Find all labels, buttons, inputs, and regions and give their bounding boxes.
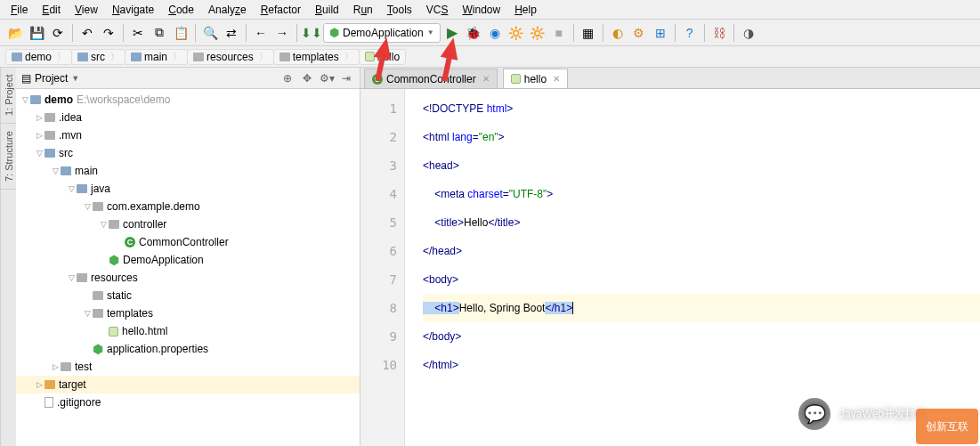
crumb-templates[interactable]: templates〉	[273, 49, 360, 65]
folder-icon	[77, 184, 87, 193]
layout-icon[interactable]: ▦	[579, 23, 598, 43]
menu-tools[interactable]: Tools	[380, 2, 419, 18]
eclipse-icon[interactable]: ◑	[739, 23, 758, 43]
tree-static[interactable]: static	[16, 287, 360, 304]
tree-java[interactable]: ▽java	[16, 180, 360, 198]
crumb-src[interactable]: src〉	[71, 49, 126, 65]
attach-icon[interactable]: 🔆	[528, 23, 547, 43]
crumb-label: main	[144, 51, 167, 63]
select-opened-icon[interactable]: ✥	[299, 70, 315, 86]
hide-icon[interactable]: ⇥	[338, 70, 354, 86]
stop-icon[interactable]: ■	[549, 23, 569, 43]
wechat-icon: 💬	[798, 398, 830, 430]
toolbar-separator	[675, 24, 676, 42]
menu-code[interactable]: Code	[161, 2, 201, 18]
menu-navigate[interactable]: Navigate	[105, 2, 161, 18]
save-icon[interactable]: 💾	[27, 23, 46, 43]
side-structure-button[interactable]: 7: Structure	[1, 124, 16, 190]
crumb-label: resources	[207, 51, 254, 63]
spring-leaf-icon: ⬢	[109, 253, 119, 267]
menu-vcs[interactable]: VCS	[419, 2, 456, 18]
folder-icon	[45, 113, 55, 122]
tree-hello-html[interactable]: hello.html	[16, 322, 360, 340]
menu-file[interactable]: File	[4, 2, 35, 18]
folder-icon	[45, 149, 55, 158]
folder-icon	[131, 53, 142, 61]
tree-controller-folder[interactable]: ▽controller	[16, 215, 360, 233]
tree-test[interactable]: ▷test	[16, 358, 360, 376]
sdk-icon[interactable]: ⚙	[629, 23, 649, 43]
coverage-icon[interactable]: ◉	[485, 23, 505, 43]
folder-icon	[93, 309, 103, 318]
close-icon[interactable]: ✕	[482, 74, 490, 84]
code-body[interactable]: <!DOCTYPE html> <html lang="en"> <head> …	[405, 89, 980, 446]
tree-package[interactable]: ▽com.example.demo	[16, 198, 360, 215]
tree-resources[interactable]: ▽resources	[16, 269, 360, 287]
close-icon[interactable]: ✕	[553, 74, 560, 84]
find-icon[interactable]: 🔍	[200, 23, 220, 43]
settings-icon[interactable]: ⚙▾	[319, 70, 335, 86]
project-tree[interactable]: ▽demoE:\workspace\demo ▷.idea ▷.mvn ▽src…	[16, 89, 360, 446]
sync-icon[interactable]: ⟳	[48, 23, 68, 43]
folder-icon	[93, 291, 103, 300]
replace-icon[interactable]: ⇄	[222, 23, 241, 43]
crumb-demo[interactable]: demo〉	[5, 49, 72, 65]
editor-area: CCommonController✕ hello✕ 12345678910 <!…	[360, 68, 980, 446]
tree-demoapplication[interactable]: ⬢DemoApplication	[16, 251, 360, 269]
crumb-resources[interactable]: resources〉	[187, 49, 274, 65]
back-icon[interactable]: ←	[251, 23, 271, 43]
toolbar-separator	[195, 24, 196, 42]
tab-commoncontroller[interactable]: CCommonController✕	[364, 69, 498, 88]
side-project-button[interactable]: 1: Project	[1, 68, 16, 124]
project-panel: ▤ Project ▼ ⊕ ✥ ⚙▾ ⇥ ▽demoE:\workspace\d…	[16, 68, 360, 446]
avd-icon[interactable]: ◐	[608, 23, 628, 43]
menu-help[interactable]: Help	[507, 2, 544, 18]
tree-gitignore[interactable]: .gitignore	[16, 393, 360, 411]
folder-icon	[193, 53, 204, 61]
toolbar-separator	[603, 24, 603, 42]
tree-main[interactable]: ▽main	[16, 162, 360, 180]
spring-leaf-icon: ⬢	[93, 342, 103, 356]
crumb-main[interactable]: main〉	[125, 49, 188, 65]
toolbar-separator	[733, 24, 734, 42]
forward-icon[interactable]: →	[272, 23, 292, 43]
open-icon[interactable]: 📂	[5, 23, 25, 43]
html-icon	[511, 74, 521, 84]
cut-icon[interactable]: ✂	[128, 23, 148, 43]
tree-commoncontroller[interactable]: CCommonController	[16, 233, 360, 251]
tree-idea[interactable]: ▷.idea	[16, 109, 360, 126]
tree-mvn[interactable]: ▷.mvn	[16, 126, 360, 144]
tree-src[interactable]: ▽src	[16, 144, 360, 162]
collapse-icon[interactable]: ⊕	[279, 70, 296, 86]
menu-view[interactable]: View	[68, 2, 105, 18]
menu-analyze[interactable]: Analyze	[201, 2, 254, 18]
tab-hello[interactable]: hello✕	[503, 69, 568, 88]
redo-icon[interactable]: ↷	[99, 23, 118, 43]
structure-icon[interactable]: ⊞	[651, 23, 670, 43]
build-icon[interactable]: ⬇⬇	[302, 23, 321, 43]
paste-icon[interactable]: 📋	[171, 23, 190, 43]
maven-icon[interactable]: ⛓	[709, 23, 729, 43]
tree-root-demo[interactable]: ▽demoE:\workspace\demo	[16, 91, 360, 109]
menu-edit[interactable]: Edit	[35, 2, 68, 18]
tab-label: hello	[524, 73, 547, 85]
tree-target[interactable]: ▷target	[16, 376, 360, 393]
menu-window[interactable]: Window	[455, 2, 507, 18]
menu-run[interactable]: Run	[346, 2, 380, 18]
tree-templates[interactable]: ▽templates	[16, 304, 360, 322]
toolbar-separator	[573, 24, 574, 42]
toolbar-separator	[704, 24, 705, 42]
undo-icon[interactable]: ↶	[77, 23, 97, 43]
tree-app-properties[interactable]: ⬢application.properties	[16, 340, 360, 358]
package-icon	[109, 220, 119, 229]
profile-icon[interactable]: 🔆	[506, 23, 526, 43]
menu-build[interactable]: Build	[308, 2, 346, 18]
chevron-down-icon: ▼	[427, 28, 434, 36]
project-icon: ▤	[21, 72, 31, 85]
debug-icon[interactable]: 🐞	[464, 23, 483, 43]
help-icon[interactable]: ?	[680, 23, 700, 43]
menu-refactor[interactable]: Refactor	[254, 2, 308, 18]
class-icon: C	[125, 237, 135, 247]
code-editor[interactable]: 12345678910 <!DOCTYPE html> <html lang="…	[360, 89, 980, 446]
copy-icon[interactable]: ⧉	[150, 23, 169, 43]
